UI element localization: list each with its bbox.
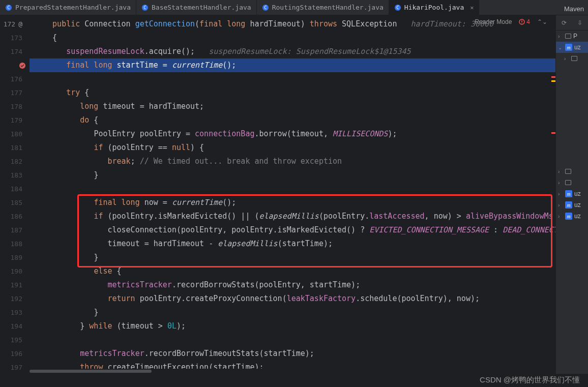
tab-hikari[interactable]: C HikariPool.java ✕ — [389, 0, 480, 15]
folder-icon — [565, 34, 571, 39]
editor[interactable]: public Connection getConnection(final lo… — [30, 15, 555, 374]
tree-item[interactable]: ›muz — [556, 211, 588, 222]
code-line — [30, 182, 555, 196]
code-line: timeout = hardTimeout - elapsedMillis(st… — [30, 237, 555, 251]
java-class-icon: C — [5, 4, 12, 11]
scrollbar-thumb[interactable] — [30, 370, 152, 373]
tab-base[interactable]: C BaseStatementHandler.java — [136, 0, 257, 15]
code-line — [30, 333, 555, 347]
tree-item[interactable]: ›muz — [556, 199, 588, 211]
module-icon: m — [565, 190, 572, 197]
chevron-right-icon: › — [558, 202, 563, 208]
code-line — [30, 72, 555, 86]
module-icon: m — [565, 213, 572, 220]
chevron-down-icon: ⌄ — [558, 45, 563, 50]
java-class-icon: C — [262, 4, 269, 11]
chevron-right-icon: › — [558, 180, 563, 186]
tab-label: HikariPool.java — [404, 4, 464, 11]
tree-item[interactable]: › — [556, 53, 588, 64]
code-line: public Connection getConnection(final lo… — [30, 17, 555, 31]
code-line: } — [30, 306, 555, 319]
breakpoint-hit-icon[interactable] — [0, 58, 30, 72]
refresh-icon[interactable]: ⟳ — [562, 19, 567, 26]
folder-icon — [571, 56, 577, 61]
code-line-current: final long startTime = currentTime(); — [30, 58, 555, 72]
code-line: try { — [30, 86, 555, 100]
tree-item[interactable]: ›P — [556, 31, 588, 42]
code-line: } — [30, 251, 555, 264]
maven-panel: ⟳ ⇩ ›P ⌄muz › › › ›muz ›muz ›muz — [555, 15, 588, 374]
java-class-icon: C — [394, 4, 401, 11]
code-line: return poolEntry.createProxyConnection(l… — [30, 292, 555, 306]
code-line: suspendResumeLock.acquire(); suspendResu… — [30, 45, 555, 58]
close-icon[interactable]: ✕ — [470, 4, 474, 11]
java-class-icon: C — [141, 4, 149, 11]
module-icon: m — [565, 44, 572, 51]
chevron-right-icon: › — [558, 34, 563, 39]
tab-label: PreparedStatementHandler.java — [15, 4, 131, 11]
chevron-right-icon: › — [558, 214, 563, 219]
download-icon[interactable]: ⇩ — [577, 19, 582, 26]
watermark: CSDN @烤鸭的世界我们不懂 — [480, 375, 580, 385]
code-line: do { — [30, 113, 555, 127]
tab-routing[interactable]: C RoutingStatementHandler.java — [257, 0, 389, 15]
code-line: PoolEntry poolEntry = connectionBag.borr… — [30, 127, 555, 141]
module-icon: m — [565, 201, 572, 209]
code-line: } — [30, 168, 555, 182]
editor-tabs: C PreparedStatementHandler.java C BaseSt… — [0, 0, 588, 15]
code-line: break; // We timed out... break and thro… — [30, 155, 555, 168]
chevron-right-icon: › — [564, 56, 569, 62]
svg-text:C: C — [264, 5, 267, 10]
maven-tool-label[interactable]: Maven — [560, 3, 588, 15]
chevron-right-icon: › — [558, 169, 563, 174]
chevron-right-icon: › — [558, 191, 563, 197]
error-stripe[interactable] — [550, 15, 555, 371]
tree-item[interactable]: › — [556, 177, 588, 188]
folder-icon — [565, 180, 571, 185]
maven-toolbar: ⟳ ⇩ — [556, 15, 588, 31]
code-line: metricsTracker.recordBorrowTimeoutStats(… — [30, 347, 555, 361]
code-line: if (poolEntry.isMarkedEvicted() || (elap… — [30, 210, 555, 223]
gutter: 172@ 173 174 176 177 178 179 180 181 182… — [0, 15, 30, 374]
code-line: } while (timeout > 0L); — [30, 319, 555, 333]
code-line: else { — [30, 264, 555, 278]
tree-item[interactable]: › — [556, 166, 588, 177]
code-line: long timeout = hardTimeout; — [30, 100, 555, 113]
code-line: if (poolEntry == null) { — [30, 141, 555, 155]
svg-text:C: C — [396, 5, 399, 10]
code-line: metricsTracker.recordBorrowStats(poolEnt… — [30, 278, 555, 292]
tree-item[interactable]: ⌄muz — [556, 42, 588, 53]
context-icon[interactable]: @ — [18, 17, 22, 31]
horizontal-scrollbar[interactable] — [30, 369, 555, 374]
svg-text:C: C — [7, 5, 10, 10]
code-line: final long now = currentTime(); — [30, 196, 555, 210]
svg-text:C: C — [143, 5, 146, 10]
tab-label: BaseStatementHandler.java — [152, 4, 251, 11]
folder-icon — [565, 169, 571, 174]
code-line: closeConnection(poolEntry, poolEntry.isM… — [30, 223, 555, 237]
code-line: { — [30, 31, 555, 45]
tree-item[interactable]: ›muz — [556, 188, 588, 199]
tab-label: RoutingStatementHandler.java — [272, 4, 384, 11]
tab-prepared[interactable]: C PreparedStatementHandler.java — [0, 0, 136, 15]
